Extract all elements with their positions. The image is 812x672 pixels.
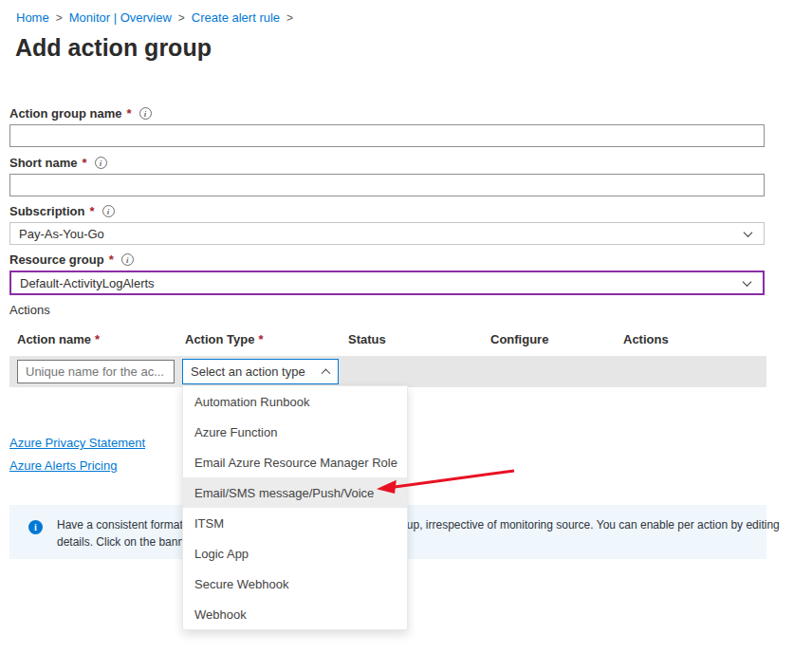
subscription-select[interactable]: Pay-As-You-Go xyxy=(9,222,765,245)
breadcrumb-create-alert-rule[interactable]: Create alert rule xyxy=(192,10,280,25)
chevron-up-icon xyxy=(322,368,331,378)
banner-text: Have a consistent format in emails and n… xyxy=(57,516,780,551)
action-name-input[interactable] xyxy=(17,360,175,383)
label-text: Action group name xyxy=(9,106,121,121)
info-icon[interactable]: i xyxy=(95,157,107,169)
column-header-action-type: Action Type * xyxy=(178,332,348,346)
breadcrumb-separator: > xyxy=(178,11,185,25)
breadcrumb-home[interactable]: Home xyxy=(16,10,49,25)
info-icon[interactable]: i xyxy=(121,253,134,266)
chevron-down-icon xyxy=(744,228,753,237)
required-asterisk: * xyxy=(126,106,131,121)
info-filled-icon: i xyxy=(28,520,43,534)
subscription-selected-value: Pay-As-You-Go xyxy=(19,227,104,241)
short-name-input[interactable] xyxy=(9,174,765,196)
banner-text-line2: details. Click on the banner to learn mo… xyxy=(57,533,780,551)
action-type-combobox[interactable]: Select an action type xyxy=(182,359,339,384)
action-type-dropdown: Automation Runbook Azure Function Email … xyxy=(182,385,408,630)
required-asterisk: * xyxy=(109,252,114,267)
dropdown-item-secure-webhook[interactable]: Secure Webhook xyxy=(183,569,407,599)
resource-group-label: Resource group * i xyxy=(9,252,134,267)
subscription-label: Subscription * i xyxy=(9,204,115,218)
breadcrumb-separator: > xyxy=(56,11,63,25)
dropdown-item-logic-app[interactable]: Logic App xyxy=(183,538,407,569)
dropdown-item-email-azure-resource-manager-role[interactable]: Email Azure Resource Manager Role xyxy=(183,447,407,477)
column-header-status: Status xyxy=(348,332,490,346)
label-text: Subscription xyxy=(9,204,84,218)
column-label: Configure xyxy=(490,332,548,346)
column-label: Actions xyxy=(623,332,669,346)
dropdown-item-webhook[interactable]: Webhook xyxy=(183,599,407,629)
required-asterisk: * xyxy=(95,332,100,346)
dropdown-item-azure-function[interactable]: Azure Function xyxy=(183,417,407,447)
label-text: Short name xyxy=(9,156,78,170)
azure-privacy-statement-link[interactable]: Azure Privacy Statement xyxy=(9,436,145,450)
banner-text-line1: Have a consistent format in emails and n… xyxy=(57,516,780,533)
actions-section-title: Actions xyxy=(9,303,50,317)
column-header-actions: Actions xyxy=(623,332,669,346)
column-label: Status xyxy=(348,332,386,346)
info-icon[interactable]: i xyxy=(102,205,115,217)
action-type-selected-value: Select an action type xyxy=(191,364,305,379)
column-header-action-name: Action name * xyxy=(9,332,178,346)
azure-alerts-pricing-link[interactable]: Azure Alerts Pricing xyxy=(9,458,117,473)
resource-group-select[interactable]: Default-ActivityLogAlerts xyxy=(9,271,765,295)
dropdown-item-automation-runbook[interactable]: Automation Runbook xyxy=(183,386,407,417)
breadcrumb-separator: > xyxy=(286,11,293,25)
dropdown-item-email-sms-push-voice[interactable]: Email/SMS message/Push/Voice xyxy=(183,477,407,508)
action-group-name-label: Action group name * i xyxy=(9,106,152,121)
column-label: Action Type xyxy=(185,332,254,346)
column-label: Action name xyxy=(17,332,91,346)
required-asterisk: * xyxy=(258,332,263,346)
column-header-configure: Configure xyxy=(490,332,623,346)
required-asterisk: * xyxy=(83,156,87,170)
resource-group-selected-value: Default-ActivityLogAlerts xyxy=(20,276,155,290)
actions-table-header: Action name * Action Type * Status Confi… xyxy=(9,332,766,346)
chevron-down-icon xyxy=(743,277,752,287)
add-action-group-page: Home > Monitor | Overview > Create alert… xyxy=(0,0,812,672)
breadcrumb: Home > Monitor | Overview > Create alert… xyxy=(16,10,293,25)
required-asterisk: * xyxy=(89,204,94,218)
action-group-name-input[interactable] xyxy=(9,124,765,147)
info-icon[interactable]: i xyxy=(139,107,152,120)
dropdown-item-itsm[interactable]: ITSM xyxy=(183,508,407,538)
label-text: Resource group xyxy=(9,252,104,267)
page-title: Add action group xyxy=(15,34,212,62)
short-name-label: Short name * i xyxy=(9,156,107,170)
breadcrumb-monitor-overview[interactable]: Monitor | Overview xyxy=(69,10,172,25)
